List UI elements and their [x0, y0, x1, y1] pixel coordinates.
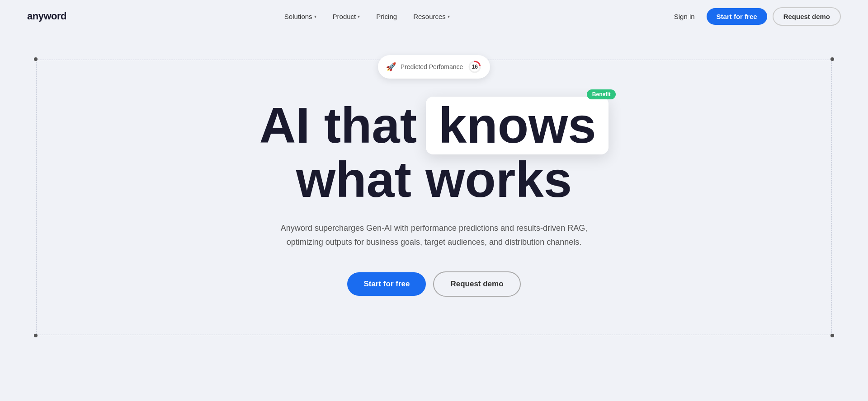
- corner-dot-bl: [34, 334, 38, 337]
- hero-title-knows: knows: [439, 97, 596, 154]
- hero-title: AI that knows Benefit what works: [259, 97, 609, 205]
- corner-dot-tl: [34, 57, 38, 61]
- corner-dot-tr: [830, 57, 834, 61]
- chevron-down-icon: ▾: [314, 14, 316, 19]
- nav-product[interactable]: Product ▾: [326, 9, 367, 24]
- logo[interactable]: anyword: [27, 10, 66, 22]
- perf-score-value: 16: [472, 64, 478, 70]
- corner-dot-br: [830, 334, 834, 337]
- rocket-icon: 🚀: [386, 62, 396, 72]
- nav-center: Solutions ▾ Product ▾ Pricing Resources …: [278, 9, 456, 24]
- start-free-button-nav[interactable]: Start for free: [707, 8, 767, 25]
- nav-solutions[interactable]: Solutions ▾: [278, 9, 323, 24]
- navbar: anyword Solutions ▾ Product ▾ Pricing Re…: [0, 0, 868, 33]
- nav-pricing-label: Pricing: [376, 13, 397, 20]
- knows-card: knows Benefit: [426, 97, 609, 154]
- benefit-badge: Benefit: [587, 89, 616, 99]
- nav-product-label: Product: [333, 13, 356, 20]
- request-demo-button-nav[interactable]: Request demo: [773, 7, 841, 26]
- start-free-button-hero[interactable]: Start for free: [347, 272, 426, 296]
- predicted-performance-badge: 🚀 Predicted Perfomance 16: [378, 55, 491, 79]
- hero-title-ai-that: AI that: [259, 100, 417, 151]
- nav-pricing[interactable]: Pricing: [370, 9, 403, 24]
- hero-subtitle: Anyword supercharges Gen-AI with perform…: [271, 221, 597, 249]
- sign-in-button[interactable]: Sign in: [668, 9, 701, 24]
- chevron-down-icon: ▾: [448, 14, 450, 19]
- perf-score-container: 16: [467, 60, 482, 74]
- request-demo-button-hero[interactable]: Request demo: [433, 271, 520, 297]
- hero-cta: Start for free Request demo: [347, 271, 520, 297]
- hero-section: 🚀 Predicted Perfomance 16 AI that knows …: [0, 33, 868, 371]
- chevron-down-icon: ▾: [358, 14, 360, 19]
- hero-title-line2: what works: [259, 154, 609, 205]
- nav-resources-label: Resources: [413, 13, 446, 20]
- nav-resources[interactable]: Resources ▾: [407, 9, 456, 24]
- navbar-right: Sign in Start for free Request demo: [668, 7, 841, 26]
- nav-solutions-label: Solutions: [284, 13, 312, 20]
- hero-title-line1: AI that knows Benefit: [259, 97, 609, 154]
- perf-label: Predicted Perfomance: [401, 63, 463, 70]
